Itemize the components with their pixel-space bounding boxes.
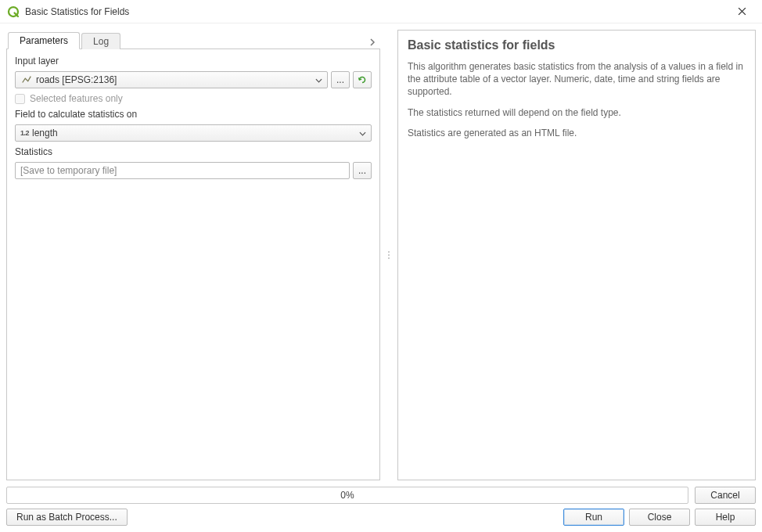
line-layer-icon [20,74,33,86]
left-column: Parameters Log Input layer roads [EPSG:2… [6,30,380,480]
tab-parameters[interactable]: Parameters [8,32,80,49]
input-layer-value: roads [EPSG:2136] [36,74,117,85]
cancel-button[interactable]: Cancel [695,487,756,504]
qgis-app-icon [6,5,20,19]
content-area: Parameters Log Input layer roads [EPSG:2… [0,23,762,480]
input-layer-browse-button[interactable]: ... [331,71,350,88]
selected-features-only-checkbox [15,94,25,104]
collapse-help-toggle-icon[interactable] [366,38,379,49]
window-close-button[interactable] [728,2,756,21]
help-panel: Basic statistics for fields This algorit… [397,30,756,480]
field-value: length [32,128,58,138]
statistics-output-input[interactable] [15,162,350,179]
progress-bar: 0% [6,487,688,504]
selected-features-only-label: Selected features only [30,93,123,104]
field-label: Field to calculate statistics on [15,109,372,120]
window-title: Basic Statistics for Fields [25,6,129,17]
close-button[interactable]: Close [629,509,690,526]
statistics-label: Statistics [15,146,372,157]
help-button[interactable]: Help [695,509,756,526]
help-paragraph: The statistics returned will depend on t… [408,106,746,119]
splitter-handle[interactable] [386,30,391,480]
help-paragraph: Statistics are generated as an HTML file… [408,127,746,139]
help-title: Basic statistics for fields [408,38,746,52]
input-layer-combo[interactable]: roads [EPSG:2136] [15,71,328,88]
progress-text: 0% [340,490,354,501]
titlebar: Basic Statistics for Fields [0,0,762,23]
run-batch-button[interactable]: Run as Batch Process... [6,509,128,526]
numeric-field-icon: 1.2 [20,129,29,137]
chevron-down-icon [315,74,322,85]
field-combo[interactable]: 1.2 length [15,124,372,142]
chevron-down-icon [359,128,366,138]
iterate-features-button[interactable] [353,71,372,88]
footer: 0% Cancel Run as Batch Process... Run Cl… [0,480,762,532]
tab-bar: Parameters Log [8,30,380,49]
statistics-output-browse-button[interactable]: ... [353,162,372,179]
help-paragraph: This algorithm generates basic statistic… [408,60,746,99]
parameters-panel: Input layer roads [EPSG:2136] ... [6,49,380,480]
input-layer-label: Input layer [15,56,372,66]
selected-features-only-row: Selected features only [15,93,372,104]
run-button[interactable]: Run [563,509,624,526]
tab-log[interactable]: Log [81,33,120,49]
